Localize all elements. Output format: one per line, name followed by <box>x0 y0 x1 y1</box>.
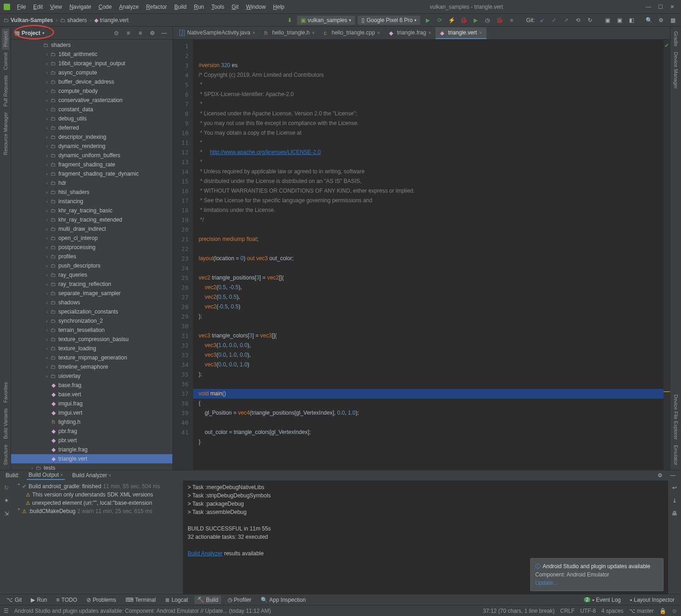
tree-node[interactable]: ›🗀16bit_storage_input_output <box>11 59 172 68</box>
build-panel-settings-icon[interactable]: ⚙ <box>655 471 664 480</box>
tool-window-profiler[interactable]: ◷Profiler <box>225 596 254 604</box>
sdk-manager-icon[interactable]: ▣ <box>615 16 624 25</box>
tool-window-git[interactable]: ⌥Git <box>4 596 24 604</box>
tree-node[interactable]: ›🗀descriptor_indexing <box>11 132 172 142</box>
avd-manager-icon[interactable]: ▣ <box>603 16 612 25</box>
side-tool-build-variants[interactable]: Build Variants <box>2 405 9 442</box>
breadcrumb-item[interactable]: 🗀 shaders <box>60 17 87 23</box>
tree-node[interactable]: ◆pbr.vert <box>11 436 172 445</box>
tree-node[interactable]: ›🗀hdr <box>11 178 172 188</box>
menu-git[interactable]: Git <box>229 2 242 11</box>
breadcrumb[interactable]: 🗀 Vulkan-Samples›🗀 shaders›◆ triangle.ve… <box>4 17 129 23</box>
breadcrumb-item[interactable]: 🗀 Vulkan-Samples <box>4 17 53 23</box>
collapse-all-icon[interactable]: ≡ <box>136 29 145 38</box>
tree-node[interactable]: ›🗀deferred <box>11 123 172 132</box>
side-tool-favorites[interactable]: Favorites <box>2 379 9 405</box>
close-tab-icon[interactable]: × <box>252 30 255 35</box>
project-tree[interactable]: 🗀shaders›🗀16bit_arithmetic›🗀16bit_storag… <box>11 40 172 470</box>
hide-panel-icon[interactable]: — <box>160 29 169 38</box>
search-everywhere-icon[interactable]: 🔍 <box>644 16 653 25</box>
tool-window-logcat[interactable]: ≣Logcat <box>162 596 191 604</box>
git-push-icon[interactable]: ↗ <box>561 16 571 25</box>
tool-window-build[interactable]: 🔨Build <box>195 596 221 604</box>
toolbar-menu-icon[interactable]: ▦ <box>668 16 677 25</box>
side-tool-project[interactable]: Project <box>2 29 9 50</box>
expand-all-icon[interactable]: ≡ <box>124 29 133 38</box>
tree-node[interactable]: hlighting.h <box>11 417 172 427</box>
menu-run[interactable]: Run <box>191 2 207 11</box>
menu-code[interactable]: Code <box>95 2 115 11</box>
run-icon[interactable]: ▶ <box>423 16 432 25</box>
tree-node[interactable]: ›🗀khr_ray_tracing_basic <box>11 206 172 215</box>
tool-window-terminal[interactable]: ⌨Terminal <box>123 596 159 604</box>
maximize-button[interactable]: ☐ <box>657 4 664 10</box>
editor-tab[interactable]: hhello_triangle.h× <box>260 27 319 39</box>
git-update-icon[interactable]: ↙ <box>538 16 547 25</box>
line-separator[interactable]: CRLF <box>560 608 574 614</box>
tree-node[interactable]: ›🗀fragment_shading_rate <box>11 160 172 169</box>
editor-tab[interactable]: 🄹NativeSampleActivity.java× <box>175 27 260 39</box>
menu-view[interactable]: View <box>47 2 65 11</box>
git-rollback-icon[interactable]: ↻ <box>585 16 595 25</box>
menu-navigate[interactable]: Navigate <box>66 2 94 11</box>
editor-tab[interactable]: chello_triangle.cpp× <box>319 27 384 39</box>
tree-node[interactable]: ›🗀khr_ray_tracing_extended <box>11 215 172 224</box>
settings-icon[interactable]: ⚙ <box>656 16 665 25</box>
tree-node[interactable]: ›🗀profiles <box>11 252 172 261</box>
tree-node[interactable]: ›🗀hlsl_shaders <box>11 188 172 197</box>
tree-node[interactable]: ›🗀specialization_constants <box>11 307 172 316</box>
tree-node[interactable]: ›🗀instancing <box>11 197 172 206</box>
close-button[interactable]: ✕ <box>669 4 675 10</box>
file-encoding[interactable]: UTF-8 <box>580 608 596 614</box>
build-tree-row[interactable]: ˅✔Build android_gradle: finished 11 min,… <box>16 482 180 491</box>
tree-node[interactable]: ›🗀ray_queries <box>11 270 172 279</box>
close-tab-icon[interactable]: × <box>429 30 431 35</box>
menu-build[interactable]: Build <box>171 2 190 11</box>
git-branch[interactable]: ⌥ master <box>629 608 654 614</box>
panel-settings-icon[interactable]: ⚙ <box>148 29 157 38</box>
tree-node[interactable]: ›🗀debug_utils <box>11 114 172 123</box>
close-tab-icon[interactable]: × <box>312 30 315 35</box>
build-tab[interactable]: Build Analyzer × <box>70 471 113 479</box>
build-output[interactable]: > Task :mergeDebugNativeLibs> Task :stri… <box>183 480 668 594</box>
tree-node[interactable]: ›🗀async_compute <box>11 68 172 77</box>
menu-edit[interactable]: Edit <box>30 2 46 11</box>
tree-node[interactable]: ›🗀multi_draw_indirect <box>11 224 172 234</box>
tree-node[interactable]: ›🗀texture_loading <box>11 344 172 353</box>
tree-node[interactable]: ◆base.vert <box>11 390 172 399</box>
tree-node[interactable]: ›🗀separate_image_sampler <box>11 289 172 298</box>
scroll-to-end-icon[interactable]: ⤓ <box>670 496 679 505</box>
build-tab[interactable]: Build Output × <box>27 471 65 480</box>
tree-node[interactable]: ›🗀synchronization_2 <box>11 316 172 325</box>
lock-icon[interactable]: 🔒 <box>659 608 666 614</box>
print-icon[interactable]: 🖶 <box>670 509 679 518</box>
editor-tab[interactable]: ◆triangle.vert× <box>435 27 486 39</box>
project-view-dropdown[interactable]: ▾ <box>42 31 45 35</box>
minimize-button[interactable]: — <box>645 4 652 10</box>
side-tool-device-manager[interactable]: Device Manager <box>672 49 680 91</box>
menu-window[interactable]: Window <box>243 2 269 11</box>
editor-tab[interactable]: ◆triangle.frag× <box>384 27 435 39</box>
project-panel-title[interactable]: Project <box>22 30 40 36</box>
tree-node[interactable]: ›🗀buffer_device_address <box>11 77 172 86</box>
coverage-icon[interactable]: ▶ <box>471 16 480 25</box>
breadcrumb-item[interactable]: ◆ triangle.vert <box>94 17 129 23</box>
side-tool-gradle[interactable]: Gradle <box>672 29 680 49</box>
menu-tools[interactable]: Tools <box>208 2 228 11</box>
select-opened-file-icon[interactable]: ⊙ <box>112 29 121 38</box>
tree-node[interactable]: ›🗀push_descriptors <box>11 261 172 270</box>
device-selector[interactable]: ▯ Google Pixel 6 Pro ▾ <box>358 16 420 25</box>
build-analyzer-link[interactable]: Build Analyzer <box>188 550 223 557</box>
side-tool-pull-requests[interactable]: Pull Requests <box>2 73 9 109</box>
tree-node[interactable]: ›🗀ray_tracing_reflection <box>11 279 172 289</box>
rerun-build-icon[interactable]: ↻ <box>2 483 11 492</box>
tree-node[interactable]: ›🗀shadows <box>11 298 172 307</box>
tree-node[interactable]: ◆imgui.frag <box>11 399 172 408</box>
build-tree[interactable]: ˅✔Build android_gradle: finished 11 min,… <box>13 480 183 594</box>
tree-node[interactable]: ›🗀conservative_rasterization <box>11 96 172 105</box>
tool-window-app-inspection[interactable]: 🔍App Inspection <box>258 596 309 604</box>
tool-window-todo[interactable]: ≡TODO <box>53 596 80 604</box>
memory-indicator-icon[interactable]: ☺ <box>672 608 677 614</box>
build-tree-row[interactable]: ⚠unexpected element (uri:"", local:"base… <box>16 499 180 507</box>
tree-node[interactable]: ◆imgui.vert <box>11 408 172 417</box>
